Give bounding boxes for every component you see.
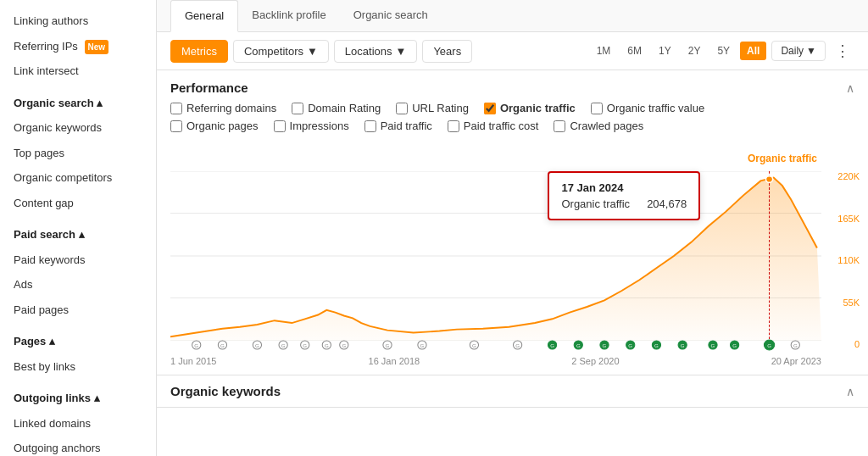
y-label-0: 0 — [854, 339, 860, 349]
sidebar-item-best-by-links[interactable]: Best by links — [0, 354, 156, 380]
checkbox-organic-pages-input[interactable] — [170, 120, 182, 132]
svg-text:G: G — [681, 343, 685, 348]
sidebar-item-content-gap[interactable]: Content gap — [0, 191, 156, 216]
tab-backlink-profile[interactable]: Backlink profile — [238, 0, 339, 32]
checkbox-url-rating[interactable]: URL Rating — [396, 102, 469, 114]
period-5y[interactable]: 5Y — [710, 42, 737, 60]
checkbox-paid-traffic-cost-label: Paid traffic cost — [464, 120, 539, 132]
checkbox-domain-rating-label: Domain Rating — [308, 102, 381, 114]
sidebar-item-paid-pages[interactable]: Paid pages — [0, 298, 156, 323]
checkbox-paid-traffic-cost-input[interactable] — [448, 120, 459, 132]
period-all[interactable]: All — [740, 42, 766, 60]
chart-area: Organic traffic 220K 165K 110K 55K 0 — [157, 146, 868, 375]
checkbox-row-2: Organic pages Impressions Paid traffic P… — [170, 120, 854, 132]
tooltip-metric-label: Organic traffic — [561, 197, 630, 210]
competitors-button[interactable]: Competitors ▼ — [233, 40, 329, 63]
sidebar-item-ads[interactable]: Ads — [0, 272, 156, 298]
x-label-2020: 2 Sep 2020 — [571, 356, 619, 366]
period-6m[interactable]: 6M — [620, 42, 648, 60]
x-label-2023: 20 Apr 2023 — [771, 356, 821, 366]
daily-label: Daily — [781, 45, 804, 57]
checkbox-impressions[interactable]: Impressions — [274, 120, 349, 132]
more-options-button[interactable]: ⋮ — [831, 39, 854, 63]
organic-keywords-title: Organic keywords — [170, 384, 281, 398]
checkbox-paid-traffic[interactable]: Paid traffic — [364, 120, 432, 132]
organic-keywords-header: Organic keywords ∧ — [157, 375, 868, 407]
y-axis: 220K 165K 110K 55K 0 — [837, 171, 860, 349]
tooltip-date: 17 Jan 2024 — [561, 181, 687, 194]
daily-button[interactable]: Daily ▼ — [771, 41, 826, 61]
svg-text:G: G — [711, 343, 715, 348]
sidebar-item-link-intersect[interactable]: Link intersect — [0, 58, 156, 84]
checkbox-impressions-input[interactable] — [274, 120, 286, 132]
period-2y[interactable]: 2Y — [682, 42, 708, 60]
svg-text:G: G — [472, 343, 476, 348]
tooltip-data-row: Organic traffic 204,678 — [561, 197, 687, 210]
performance-section: Performance ∧ Referring domains Domain R… — [157, 70, 868, 375]
sidebar-item-organic-keywords[interactable]: Organic keywords — [0, 115, 156, 141]
new-badge: New — [85, 40, 109, 54]
sidebar-item-linking-authors[interactable]: Linking authors — [0, 8, 156, 34]
y-label-220k: 220K — [837, 171, 860, 181]
svg-point-6 — [765, 176, 772, 183]
period-1m[interactable]: 1M — [590, 42, 618, 60]
toolbar: Metrics Competitors ▼ Locations ▼ Years … — [157, 32, 868, 70]
svg-text:G: G — [342, 343, 346, 348]
locations-button[interactable]: Locations ▼ — [334, 40, 418, 63]
organic-keywords-section: Organic keywords ∧ — [157, 375, 868, 408]
sidebar-section-organic-search: Organic search ▴ — [0, 91, 156, 116]
performance-header: Performance ∧ — [157, 70, 868, 102]
tab-general[interactable]: General — [170, 0, 238, 32]
checkbox-organic-pages[interactable]: Organic pages — [170, 120, 259, 132]
svg-text:G: G — [386, 343, 390, 348]
checkbox-crawled-pages[interactable]: Crawled pages — [554, 120, 643, 132]
x-label-2015: 1 Jun 2015 — [170, 356, 216, 366]
checkbox-referring-domains[interactable]: Referring domains — [170, 102, 276, 114]
competitors-chevron-icon: ▼ — [307, 45, 318, 58]
checkbox-paid-traffic-input[interactable] — [364, 120, 376, 132]
google-dots-row: G G G G G G G G G G G G G G G — [170, 339, 821, 351]
performance-collapse-icon[interactable]: ∧ — [846, 81, 854, 95]
chart-svg — [170, 171, 821, 341]
sidebar-section-paid-search: Paid search ▴ — [0, 222, 156, 247]
period-1y[interactable]: 1Y — [652, 42, 678, 60]
svg-text:G: G — [732, 343, 737, 348]
tab-organic-search[interactable]: Organic search — [340, 0, 442, 32]
metrics-button[interactable]: Metrics — [170, 40, 228, 63]
sidebar-item-top-pages[interactable]: Top pages — [0, 141, 156, 166]
checkbox-referring-domains-input[interactable] — [170, 103, 182, 114]
svg-text:G: G — [194, 343, 198, 348]
checkbox-domain-rating[interactable]: Domain Rating — [292, 102, 381, 114]
checkbox-organic-pages-label: Organic pages — [186, 120, 259, 132]
checkbox-organic-traffic-value-input[interactable] — [591, 103, 603, 114]
svg-text:G: G — [420, 343, 425, 348]
content-area: Performance ∧ Referring domains Domain R… — [157, 70, 868, 456]
checkbox-paid-traffic-cost[interactable]: Paid traffic cost — [448, 120, 539, 132]
checkbox-url-rating-input[interactable] — [396, 103, 408, 114]
checkbox-organic-traffic[interactable]: Organic traffic — [484, 102, 576, 114]
chart-series-label: Organic traffic — [748, 153, 817, 164]
sidebar-item-outgoing-anchors[interactable]: Outgoing anchors — [0, 436, 156, 456]
sidebar-item-organic-competitors[interactable]: Organic competitors — [0, 165, 156, 191]
competitors-label: Competitors — [244, 45, 303, 58]
svg-text:G: G — [255, 343, 259, 348]
sidebar-item-linked-domains[interactable]: Linked domains — [0, 411, 156, 437]
years-button[interactable]: Years — [422, 40, 472, 63]
period-buttons: 1M 6M 1Y 2Y 5Y All — [590, 42, 767, 60]
organic-keywords-collapse-icon[interactable]: ∧ — [846, 385, 854, 398]
checkbox-crawled-pages-input[interactable] — [554, 120, 565, 132]
sidebar-section-outgoing-links: Outgoing links ▴ — [0, 386, 156, 411]
performance-title: Performance — [170, 81, 248, 95]
y-label-110k: 110K — [837, 255, 860, 265]
svg-text:G: G — [603, 343, 607, 348]
checkbox-crawled-pages-label: Crawled pages — [570, 120, 643, 132]
sidebar-item-referring-ips[interactable]: Referring IPs New — [0, 34, 156, 59]
checkbox-organic-traffic-value[interactable]: Organic traffic value — [591, 102, 704, 114]
svg-text:G: G — [576, 343, 581, 348]
checkbox-referring-domains-label: Referring domains — [186, 102, 276, 114]
sidebar-section-pages: Pages ▴ — [0, 329, 156, 354]
checkbox-domain-rating-input[interactable] — [292, 103, 303, 114]
sidebar-item-paid-keywords[interactable]: Paid keywords — [0, 247, 156, 273]
x-label-2018: 16 Jan 2018 — [369, 356, 420, 366]
checkbox-organic-traffic-input[interactable] — [484, 103, 496, 114]
